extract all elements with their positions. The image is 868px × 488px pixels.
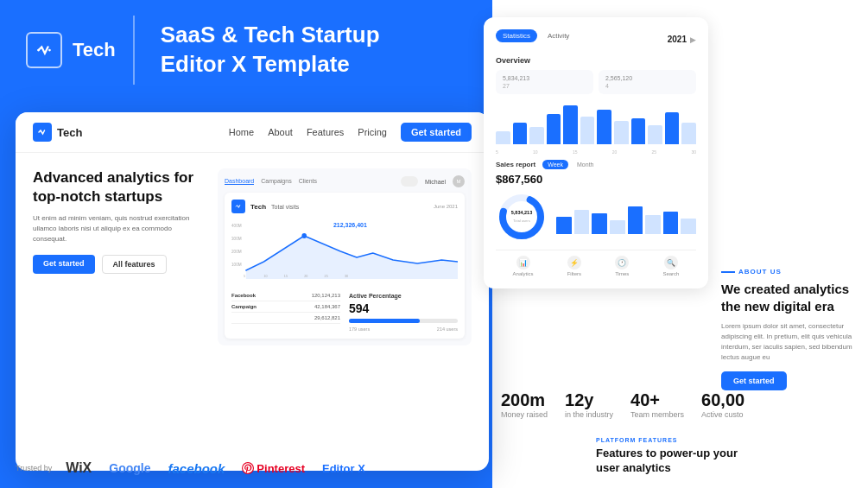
svg-text:200M: 200M <box>231 250 242 254</box>
svg-text:25: 25 <box>325 274 328 278</box>
about-label: ABOUT US <box>721 268 864 276</box>
hero-cta-secondary[interactable]: All features <box>102 255 167 274</box>
dash-inner-logo <box>231 200 245 213</box>
sales-report: Sales report Week Month $867,560 5,834,2… <box>496 160 696 243</box>
header: Tech SaaS & Tech Startup Editor X Templa… <box>0 0 492 99</box>
stat-customers-label: Active custo <box>701 410 744 419</box>
stat-money: 200m Money raised <box>501 390 548 419</box>
dash-section: Total visits <box>271 204 299 210</box>
stat-team-value: 40+ <box>630 390 684 410</box>
hero-buttons: Get started All features <box>33 255 206 274</box>
sales-tabs: Week Month <box>542 160 599 169</box>
stat-industry-label: in the industry <box>565 410 613 419</box>
stat-money-value: 200m <box>501 390 548 410</box>
nav-pricing[interactable]: Pricing <box>358 127 387 137</box>
svg-point-6 <box>301 233 307 238</box>
header-brand: Tech <box>73 39 116 61</box>
footer-analytics[interactable]: 📊 Analytics <box>513 256 534 276</box>
dash-nav-dashboard[interactable]: Dashboard <box>225 178 254 185</box>
dash-inner-header: Tech Total visits June 2021 <box>231 200 458 213</box>
svg-text:100M: 100M <box>231 263 242 267</box>
card-nav-brand: Tech <box>57 126 82 139</box>
svg-text:400M: 400M <box>231 224 242 228</box>
stat-customers: 60,00 Active custo <box>701 390 744 419</box>
sales-amount: $867,560 <box>496 173 696 186</box>
analytics-stats-grid: 5,834,213 27 2,565,120 4 <box>496 70 696 94</box>
sales-tab-week[interactable]: Week <box>542 160 568 169</box>
tab-statistics[interactable]: Statistics <box>496 29 537 42</box>
stats-row: 200m Money raised 12y in the industry 40… <box>501 390 864 419</box>
analytics-icon: 📊 <box>516 256 530 269</box>
features-title: Features to power-up your user analytics <box>596 447 738 476</box>
facebook-logo: facebook <box>168 461 225 476</box>
stat-team-label: Team members <box>630 410 684 419</box>
dash-search[interactable] <box>401 176 418 187</box>
nav-home[interactable]: Home <box>229 127 254 137</box>
header-divider <box>133 16 135 85</box>
list-item: Campaign 42,184,367 <box>231 304 340 313</box>
footer-analytics-label: Analytics <box>513 271 534 276</box>
features-label: PLATFORM FEATURES <box>596 437 738 443</box>
dash-bottom: Facebook 120,124,213 Campaign 42,184,367… <box>231 293 458 332</box>
active-pct-title: Active Percentage <box>349 293 458 299</box>
dash-inner: Tech Total visits June 2021 212,326,401 … <box>225 193 465 339</box>
card-nav-logo: Tech <box>33 123 82 142</box>
nav-features[interactable]: Features <box>307 127 344 137</box>
trusted-logos: WiX Google facebook Pinterest Editor X <box>66 460 365 476</box>
footer-search-label: Search <box>662 271 679 276</box>
analytics-card: Statistics Activity 2021 ▶ Overview 5,83… <box>484 17 708 288</box>
dash-nav-campaigns[interactable]: Campaigns <box>261 178 291 185</box>
list-item: Facebook 120,124,213 <box>231 293 340 301</box>
wix-logo: WiX <box>66 460 92 476</box>
dash-avatar: M <box>453 175 465 187</box>
tab-activity[interactable]: Activity <box>541 29 576 42</box>
dashboard-widget: Dashboard Campaigns Clients Michael M Te… <box>218 168 472 345</box>
donut-chart: 5,834,213 Total users <box>496 191 548 243</box>
dash-nav-links: Dashboard Campaigns Clients <box>225 178 317 185</box>
about-title: We created analytics the new digital era <box>721 281 864 314</box>
svg-text:Total users: Total users <box>513 219 529 223</box>
svg-text:5,834,213: 5,834,213 <box>511 210 532 215</box>
stat-money-label: Money raised <box>501 410 548 419</box>
search-icon: 🔍 <box>664 256 678 269</box>
hero-body: Ut enim ad minim veniam, quis nostrud ex… <box>33 213 206 244</box>
hero-cta-primary[interactable]: Get started <box>33 255 95 274</box>
analytics-bar-chart <box>496 101 696 144</box>
analytics-tabs: Statistics Activity <box>496 29 576 42</box>
footer-times[interactable]: 🕐 Times <box>615 256 629 276</box>
sales-donut-row: 5,834,213 Total users <box>496 191 696 243</box>
chart-peak-label: 212,326,401 <box>333 222 367 228</box>
stat-2: 2,565,120 4 <box>599 70 696 94</box>
bar-chart-labels: 51015202530 <box>496 149 696 155</box>
dash-title: Tech <box>250 203 266 211</box>
logo-box <box>26 32 62 68</box>
sales-tab-month[interactable]: Month <box>572 160 599 169</box>
progress-right: 214 users <box>437 326 458 332</box>
chart-area: 212,326,401 400M 300M 200M 100M <box>231 219 458 288</box>
stat-customers-value: 60,00 <box>701 390 744 410</box>
dash-nav-clients[interactable]: Clients <box>299 178 317 185</box>
active-percentage: Active Percentage 594 179 users 214 user… <box>349 293 458 332</box>
footer-search[interactable]: 🔍 Search <box>662 256 679 276</box>
sales-label: Sales report <box>496 161 535 168</box>
hero-heading: Advanced analytics for top-notch startup… <box>33 168 206 206</box>
svg-text:10: 10 <box>263 274 267 278</box>
progress-fill <box>349 319 420 323</box>
card-nav-cta[interactable]: Get started <box>401 123 472 142</box>
footer-filters[interactable]: ⚡ Filters <box>567 256 581 276</box>
about-cta[interactable]: Get started <box>721 371 787 390</box>
svg-text:20: 20 <box>304 274 307 278</box>
features-section: PLATFORM FEATURES Features to power-up y… <box>596 437 738 476</box>
svg-point-0 <box>37 48 40 51</box>
pinterest-logo: Pinterest <box>242 462 305 475</box>
svg-point-1 <box>48 48 51 51</box>
nav-about[interactable]: About <box>268 127 293 137</box>
footer-times-label: Times <box>615 271 629 276</box>
trusted-section: Trusted by WiX Google facebook Pinterest… <box>16 460 489 476</box>
progress-labels: 179 users 214 users <box>349 326 458 332</box>
editorx-logo: Editor X <box>322 462 365 475</box>
hero-text: Advanced analytics for top-notch startup… <box>33 168 206 345</box>
footer-filters-label: Filters <box>567 271 581 276</box>
progress-bar <box>349 319 458 323</box>
filters-icon: ⚡ <box>567 256 581 269</box>
